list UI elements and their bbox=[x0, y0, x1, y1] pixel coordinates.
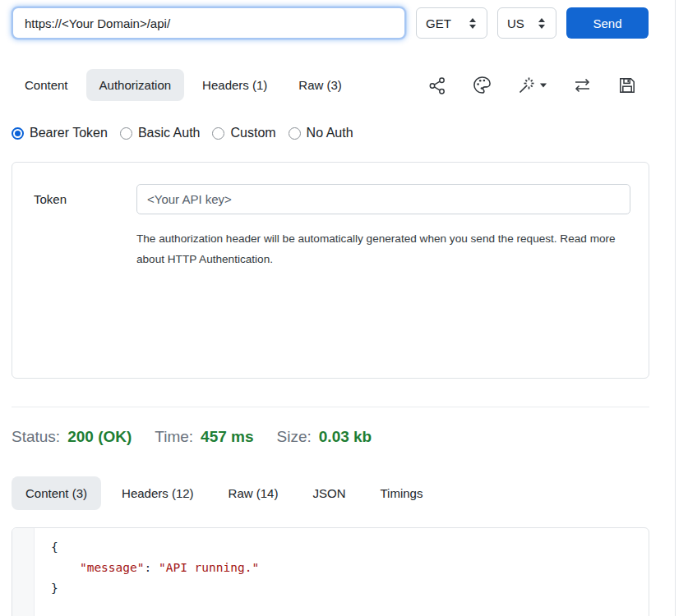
tab-authorization[interactable]: Authorization bbox=[86, 69, 185, 101]
token-help-text: The authorization header will be automat… bbox=[136, 228, 616, 269]
tab-content[interactable]: Content bbox=[12, 69, 81, 101]
time-label: Time: bbox=[155, 428, 193, 446]
save-icon bbox=[617, 76, 637, 95]
radio-unselected-icon[interactable] bbox=[212, 127, 224, 140]
code-line: "message": "API running." bbox=[51, 558, 649, 578]
select-updown-icon bbox=[468, 17, 478, 30]
auth-type-options: Bearer Token Basic Auth Custom No Auth bbox=[12, 126, 649, 140]
section-divider bbox=[12, 407, 649, 407]
status-group: Status: 200 (OK) bbox=[12, 428, 132, 446]
magic-wand-button[interactable] bbox=[517, 76, 547, 95]
auth-option-label: Custom bbox=[230, 126, 275, 140]
auth-option-label: Basic Auth bbox=[138, 126, 201, 140]
auth-option-no-auth[interactable]: No Auth bbox=[289, 126, 353, 140]
palette-icon bbox=[472, 75, 492, 95]
response-json-code: { "message": "API running."} bbox=[35, 528, 649, 616]
size-label: Size: bbox=[277, 428, 312, 446]
api-tester-page: GET US Send Content Authorization Header… bbox=[0, 0, 676, 616]
response-tabs: Content (3) Headers (12) Raw (14) JSON T… bbox=[12, 476, 649, 510]
response-status-bar: Status: 200 (OK) Time: 457 ms Size: 0.03… bbox=[12, 428, 649, 446]
status-value: 200 (OK) bbox=[67, 428, 132, 446]
share-button[interactable] bbox=[427, 76, 447, 95]
region-select[interactable]: US bbox=[497, 7, 556, 39]
auth-option-custom[interactable]: Custom bbox=[212, 126, 275, 140]
caret-down-icon bbox=[539, 82, 547, 89]
radio-unselected-icon[interactable] bbox=[120, 127, 132, 140]
token-row: Token bbox=[34, 184, 630, 214]
region-select-value: US bbox=[507, 16, 524, 30]
response-tab-content[interactable]: Content (3) bbox=[12, 476, 101, 510]
response-body-viewer: { "message": "API running."} bbox=[12, 527, 649, 616]
size-group: Size: 0.03 kb bbox=[277, 428, 372, 446]
token-label: Token bbox=[34, 192, 136, 206]
json-key: "message" bbox=[80, 561, 145, 574]
token-panel: Token The authorization header will be a… bbox=[12, 162, 649, 379]
size-value: 0.03 kb bbox=[319, 428, 372, 446]
request-toolbar bbox=[427, 75, 649, 95]
select-updown-icon bbox=[537, 17, 547, 30]
time-value: 457 ms bbox=[201, 428, 253, 446]
json-value: "API running." bbox=[159, 561, 259, 574]
method-select[interactable]: GET bbox=[416, 7, 487, 39]
theme-button[interactable] bbox=[472, 75, 492, 95]
tab-raw[interactable]: Raw (3) bbox=[285, 69, 355, 101]
response-tab-json[interactable]: JSON bbox=[298, 476, 359, 510]
code-gutter bbox=[12, 528, 35, 616]
response-tab-headers[interactable]: Headers (12) bbox=[108, 476, 208, 510]
url-input[interactable] bbox=[12, 7, 406, 39]
status-label: Status: bbox=[12, 428, 60, 446]
code-line: { bbox=[51, 537, 649, 558]
save-button[interactable] bbox=[617, 76, 637, 95]
radio-selected-icon[interactable] bbox=[12, 127, 24, 140]
request-bar: GET US Send bbox=[12, 7, 649, 39]
magic-wand-icon bbox=[517, 76, 537, 95]
swap-arrows-icon bbox=[572, 76, 593, 94]
auth-option-label: No Auth bbox=[307, 126, 353, 140]
response-tab-raw[interactable]: Raw (14) bbox=[215, 476, 293, 510]
auth-option-label: Bearer Token bbox=[30, 126, 108, 140]
radio-unselected-icon[interactable] bbox=[289, 127, 301, 140]
tab-headers[interactable]: Headers (1) bbox=[189, 69, 280, 101]
token-input[interactable] bbox=[136, 184, 630, 214]
response-tab-timings[interactable]: Timings bbox=[366, 476, 436, 510]
share-icon bbox=[427, 76, 447, 95]
auth-option-basic-auth[interactable]: Basic Auth bbox=[120, 126, 201, 140]
request-tabs: Content Authorization Headers (1) Raw (3… bbox=[12, 69, 355, 101]
code-line: } bbox=[51, 578, 649, 599]
time-group: Time: 457 ms bbox=[155, 428, 253, 446]
swap-requests-button[interactable] bbox=[572, 76, 593, 94]
auth-option-bearer-token[interactable]: Bearer Token bbox=[12, 126, 108, 140]
method-select-value: GET bbox=[426, 16, 451, 30]
request-tabs-row: Content Authorization Headers (1) Raw (3… bbox=[12, 69, 649, 101]
send-button[interactable]: Send bbox=[566, 7, 649, 39]
